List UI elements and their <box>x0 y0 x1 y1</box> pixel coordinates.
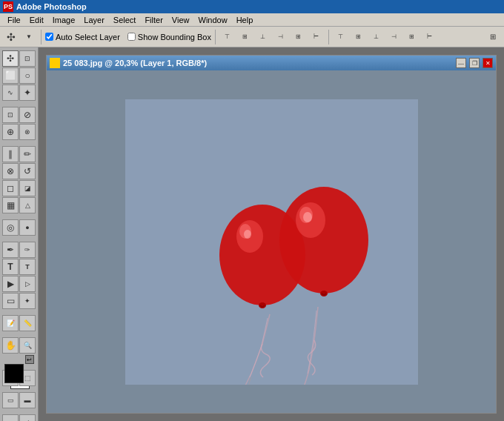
align-hcenter[interactable]: ⊞ <box>291 29 307 45</box>
tool-dodge[interactable]: ◎ <box>2 219 19 236</box>
app-icon: PS <box>3 1 13 12</box>
tool-shape-rect[interactable]: ▭ <box>2 293 19 309</box>
canvas-content[interactable] <box>47 70 496 413</box>
foreground-color-swatch[interactable] <box>4 364 24 383</box>
menu-file[interactable]: File <box>3 15 25 25</box>
bounding-box-checkbox[interactable] <box>127 33 136 41</box>
menu-layer[interactable]: Layer <box>79 15 109 25</box>
window-minimize-btn[interactable]: — <box>456 58 466 68</box>
toolbar-sep-1 <box>41 30 42 44</box>
color-reset-btn[interactable]: ↩ <box>25 355 34 364</box>
dist-bottom[interactable]: ⊥ <box>368 29 385 45</box>
align-top[interactable]: ⊤ <box>219 29 236 45</box>
align-vcenter[interactable]: ⊞ <box>237 29 253 45</box>
balloon-image <box>125 99 418 385</box>
tool-text[interactable]: T <box>2 259 19 275</box>
svg-point-10 <box>320 291 328 296</box>
tool-marquee-rect[interactable]: ⬜ <box>2 67 19 84</box>
dist-vcenter[interactable]: ⊞ <box>351 29 367 45</box>
tool-measure[interactable]: 📏 <box>19 315 36 331</box>
menu-edit[interactable]: Edit <box>25 15 48 25</box>
document-window: 25 083.jpg @ 20,3% (Layer 1, RGB/8*) — ❐… <box>46 55 497 414</box>
menu-select[interactable]: Select <box>109 15 141 25</box>
tool-history-brush[interactable]: ↺ <box>19 163 36 179</box>
screen-mode-standard[interactable]: ▭ <box>2 392 19 408</box>
toolbar-arrow: ▼ <box>21 29 37 45</box>
bounding-box-label[interactable]: Show Bounding Box <box>127 33 211 42</box>
align-right[interactable]: ⊢ <box>308 29 325 45</box>
app-title-bar: PS Adobe Photoshop <box>0 0 504 13</box>
tool-marquee-ellipse[interactable]: ○ <box>19 67 36 84</box>
window-restore-btn[interactable]: ❐ <box>469 58 480 68</box>
screen-mode-full[interactable]: ▬ <box>19 392 36 408</box>
toolbar-sep-2 <box>215 30 216 44</box>
menu-filter[interactable]: Filter <box>140 15 167 25</box>
tool-pen[interactable]: ✒ <box>2 242 19 258</box>
tool-heal[interactable]: ⊕ <box>2 124 19 140</box>
menu-window[interactable]: Window <box>194 15 232 25</box>
dist-left[interactable]: ⊣ <box>386 29 402 45</box>
tool-gradient[interactable]: ▦ <box>2 197 19 213</box>
tool-burn[interactable]: ● <box>19 219 36 236</box>
svg-point-4 <box>244 230 251 239</box>
align-bottom[interactable]: ⊥ <box>255 29 271 45</box>
tool-notes[interactable]: 📝 <box>2 315 19 331</box>
tool-paint-bucket[interactable]: △ <box>19 197 36 213</box>
tool-magic-wand[interactable]: ✦ <box>19 84 36 101</box>
left-toolbar: ✣ ⊡ ⬜ ○ ∿ ✦ ⊡ ⊘ ⊕ ⊗ ∥ ✏ ⊗ ↺ ◻ <box>0 47 39 421</box>
app-title: Adobe Photoshop <box>16 2 87 11</box>
tool-move[interactable]: ✣ <box>2 50 19 67</box>
tool-stamp[interactable]: ⊗ <box>2 163 19 179</box>
svg-point-6 <box>279 187 368 294</box>
document-title-bar[interactable]: 25 083.jpg @ 20,3% (Layer 1, RGB/8*) — ❐… <box>47 56 496 70</box>
tool-direct-select[interactable]: ▷ <box>19 276 36 292</box>
tool-text-vertical[interactable]: T <box>19 259 36 275</box>
menu-view[interactable]: View <box>168 15 194 25</box>
jump-to-imageready[interactable]: ⇒ <box>2 414 19 421</box>
auto-select-label[interactable]: Auto Select Layer <box>45 33 120 42</box>
menu-bar: File Edit Image Layer Select Filter View… <box>0 13 504 27</box>
main-area: ✣ ⊡ ⬜ ○ ∿ ✦ ⊡ ⊘ ⊕ ⊗ ∥ ✏ ⊗ ↺ ◻ <box>0 47 504 421</box>
tool-eraser[interactable]: ◻ <box>2 180 19 196</box>
tool-crop[interactable]: ⊡ <box>2 107 19 123</box>
main-toolbar: ✣ ▼ Auto Select Layer Show Bounding Box … <box>0 27 504 47</box>
svg-point-9 <box>303 212 312 222</box>
document-title: 25 083.jpg @ 20,3% (Layer 1, RGB/8*) <box>63 59 453 67</box>
tool-brush[interactable]: ∥ <box>2 146 19 162</box>
canvas-area: 25 083.jpg @ 20,3% (Layer 1, RGB/8*) — ❐… <box>39 47 504 421</box>
tool-eyedropper[interactable]: ⊘ <box>19 107 36 123</box>
document-icon <box>50 58 60 68</box>
tool-pencil[interactable]: ✏ <box>19 146 36 162</box>
image-display <box>125 99 418 385</box>
menu-help[interactable]: Help <box>232 15 258 25</box>
align-left[interactable]: ⊣ <box>273 29 289 45</box>
tool-hand[interactable]: ✋ <box>2 337 19 354</box>
menu-image[interactable]: Image <box>48 15 80 25</box>
tool-shape-custom[interactable]: ✦ <box>19 293 36 309</box>
tool-row-1: ✣ ⊡ <box>2 50 36 67</box>
edit-in-ir[interactable]: ✓ <box>19 414 36 421</box>
tool-slice[interactable]: ⊡ <box>19 50 36 67</box>
toolbar-options[interactable]: ⊞ <box>485 29 501 45</box>
tool-path-select[interactable]: ▶ <box>2 276 19 292</box>
dist-right[interactable]: ⊢ <box>422 29 438 45</box>
tool-zoom[interactable]: 🔍 <box>19 337 36 354</box>
tool-patch[interactable]: ⊗ <box>19 124 36 140</box>
toolbar-move-icon: ✣ <box>3 29 19 45</box>
toolbar-sep-3 <box>328 30 329 44</box>
tool-freeform-pen[interactable]: ✑ <box>19 242 36 258</box>
tool-lasso[interactable]: ∿ <box>2 84 19 101</box>
window-close-btn[interactable]: ✕ <box>483 58 493 68</box>
dist-top[interactable]: ⊤ <box>333 29 349 45</box>
svg-point-5 <box>259 302 266 308</box>
dist-hcenter[interactable]: ⊞ <box>404 29 420 45</box>
auto-select-checkbox[interactable] <box>45 33 53 41</box>
tool-magic-eraser[interactable]: ◪ <box>19 180 36 196</box>
